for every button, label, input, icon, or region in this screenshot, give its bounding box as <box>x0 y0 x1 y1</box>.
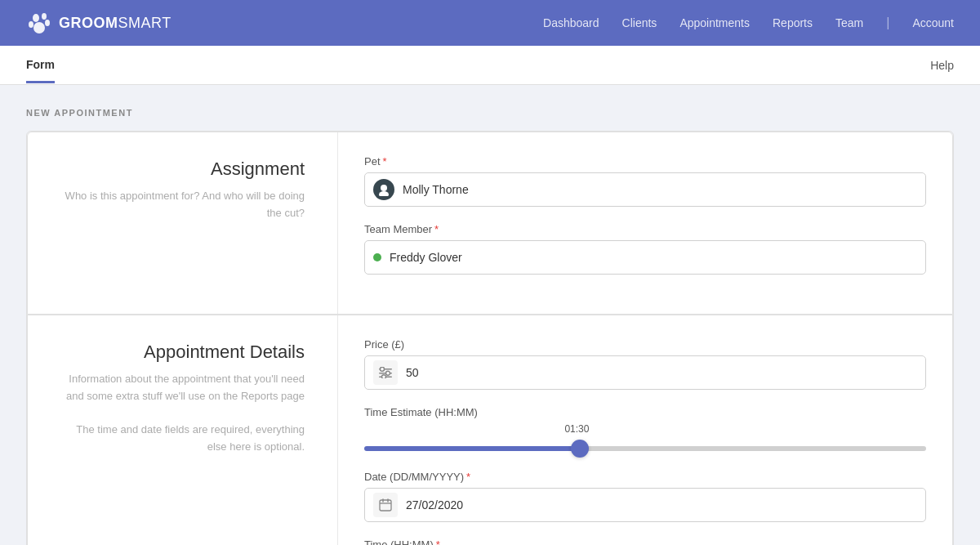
header: GROOMSMART Dashboard Clients Appointment… <box>0 0 980 46</box>
pet-avatar-icon <box>377 183 390 196</box>
svg-point-5 <box>381 185 387 191</box>
team-required-star: * <box>434 223 439 235</box>
time-estimate-label: Time Estimate (HH:MM) <box>364 406 926 418</box>
pet-avatar <box>373 179 394 200</box>
time-required-star: * <box>436 538 440 545</box>
pet-input[interactable]: Molly Thorne <box>364 172 926 207</box>
svg-point-12 <box>382 375 386 378</box>
assignment-title: Assignment <box>211 159 305 180</box>
price-value: 50 <box>406 366 419 379</box>
page-content: NEW APPOINTMENT Assignment Who is this a… <box>0 85 980 545</box>
svg-point-1 <box>42 13 47 20</box>
help-link[interactable]: Help <box>930 59 954 72</box>
assignment-desc: Who is this appointment for? And who wil… <box>60 188 305 222</box>
team-status-dot <box>373 253 381 261</box>
nav-clients[interactable]: Clients <box>622 16 657 29</box>
nav-team[interactable]: Team <box>835 16 863 29</box>
svg-point-4 <box>33 22 45 34</box>
team-member-field-group: Team Member * Freddy Glover <box>364 223 926 275</box>
pet-field-group: Pet * Molly Thorne <box>364 155 926 207</box>
team-member-label: Team Member * <box>364 223 926 235</box>
nav-appointments[interactable]: Appointments <box>679 16 750 29</box>
svg-point-10 <box>381 367 385 371</box>
cards-wrapper: Assignment Who is this appointment for? … <box>26 131 954 545</box>
assignment-card: Assignment Who is this appointment for? … <box>27 132 953 315</box>
price-icon <box>373 360 398 385</box>
date-input[interactable]: 27/02/2020 <box>364 488 926 522</box>
team-member-value: Freddy Glover <box>390 251 462 264</box>
tabs-bar: Form Help <box>0 46 980 85</box>
slider-wrapper: 01:30 <box>364 423 926 454</box>
svg-point-2 <box>29 21 33 28</box>
assignment-card-right: Pet * Molly Thorne <box>338 132 952 314</box>
pet-value: Molly Thorne <box>403 183 469 196</box>
appointment-details-desc: Information about the appointment that y… <box>60 371 305 456</box>
tab-form[interactable]: Form <box>26 47 55 83</box>
main-nav: Dashboard Clients Appointments Reports T… <box>543 16 954 30</box>
date-value: 27/02/2020 <box>406 498 463 511</box>
nav-divider: | <box>886 16 889 30</box>
appointment-details-card: Appointment Details Information about th… <box>27 315 953 545</box>
pet-required-star: * <box>383 155 387 168</box>
calendar-svg <box>379 498 392 511</box>
pet-label: Pet * <box>364 155 926 168</box>
date-field-group: Date (DD/MM/YYYY) * <box>364 471 926 522</box>
svg-point-11 <box>386 371 390 375</box>
nav-dashboard[interactable]: Dashboard <box>543 16 599 29</box>
date-required-star: * <box>466 471 470 483</box>
time-label: Time (HH:MM) * <box>364 538 926 545</box>
calendar-icon <box>373 493 398 517</box>
team-member-input[interactable]: Freddy Glover <box>364 240 926 275</box>
svg-point-0 <box>33 14 39 22</box>
svg-point-3 <box>45 20 50 26</box>
time-estimate-field-group: Time Estimate (HH:MM) 01:30 <box>364 406 926 454</box>
time-field-group: Time (HH:MM) * 07:30 <box>364 538 926 545</box>
nav-account[interactable]: Account <box>912 16 954 29</box>
assignment-card-left: Assignment Who is this appointment for? … <box>28 132 338 314</box>
section-label: NEW APPOINTMENT <box>26 108 954 118</box>
slider-tooltip: 01:30 <box>564 423 589 435</box>
svg-point-6 <box>379 191 389 196</box>
appointment-details-card-right: Price (£) <box>338 315 952 545</box>
time-estimate-slider[interactable] <box>364 446 926 451</box>
price-adjust-icon <box>379 367 392 378</box>
appointment-details-card-left: Appointment Details Information about th… <box>28 315 338 545</box>
logo: GROOMSMART <box>26 10 172 36</box>
price-field-group: Price (£) <box>364 338 926 390</box>
logo-text: GROOMSMART <box>59 15 172 32</box>
price-label: Price (£) <box>364 338 926 351</box>
logo-icon <box>26 10 52 36</box>
price-input[interactable]: 50 <box>364 355 926 390</box>
appointment-details-title: Appointment Details <box>144 342 305 363</box>
date-label: Date (DD/MM/YYYY) * <box>364 471 926 483</box>
svg-rect-13 <box>380 500 391 511</box>
nav-reports[interactable]: Reports <box>773 16 813 29</box>
